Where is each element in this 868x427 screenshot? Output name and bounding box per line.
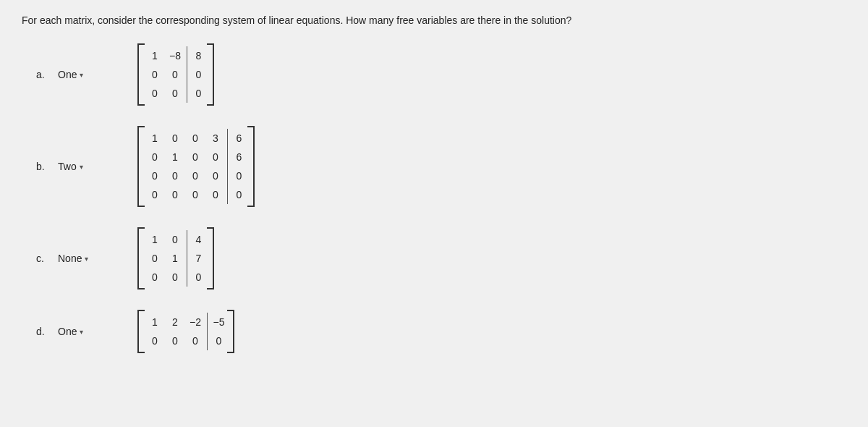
matrix-wrapper-c: 104017000 bbox=[137, 227, 214, 289]
cell-b-0-3: 3 bbox=[205, 129, 226, 148]
cell-a-2-2: 0 bbox=[187, 84, 207, 103]
cell-b-3-2: 0 bbox=[185, 185, 205, 204]
matrix-row-c-0: 104 bbox=[145, 230, 207, 249]
cell-d-1-3: 0 bbox=[207, 331, 227, 350]
cell-d-0-0: 1 bbox=[145, 313, 165, 331]
answer-dropdown-a[interactable]: One▾ bbox=[58, 69, 116, 80]
matrix-wrapper-a: 1−88000000 bbox=[137, 43, 214, 106]
answer-dropdown-c[interactable]: None▾ bbox=[58, 253, 116, 264]
cell-a-2-0: 0 bbox=[145, 84, 165, 103]
answer-text-b: Two bbox=[58, 161, 77, 172]
cell-c-0-0: 1 bbox=[145, 230, 165, 249]
cell-a-1-2: 0 bbox=[187, 65, 207, 84]
problem-label-d: d. bbox=[36, 326, 51, 337]
cell-d-0-2: −2 bbox=[185, 313, 205, 331]
cell-b-1-1: 1 bbox=[165, 148, 185, 166]
chevron-down-icon-d[interactable]: ▾ bbox=[80, 328, 83, 336]
cell-c-2-1: 0 bbox=[165, 268, 185, 287]
chevron-down-icon-a[interactable]: ▾ bbox=[80, 71, 83, 79]
cell-b-1-4: 6 bbox=[227, 148, 247, 166]
matrix-row-a-0: 1−88 bbox=[145, 46, 207, 65]
problem-label-c: c. bbox=[36, 253, 51, 264]
matrix-row-a-2: 000 bbox=[145, 84, 207, 103]
cell-b-2-1: 0 bbox=[165, 166, 185, 185]
chevron-down-icon-b[interactable]: ▾ bbox=[80, 163, 83, 171]
cell-b-2-2: 0 bbox=[185, 166, 205, 185]
cell-d-0-1: 2 bbox=[165, 313, 185, 331]
cell-a-0-0: 1 bbox=[145, 46, 165, 65]
cell-c-1-2: 7 bbox=[187, 249, 207, 268]
answer-text-d: One bbox=[58, 326, 77, 337]
matrix-row-c-2: 000 bbox=[145, 268, 207, 287]
matrix-a: 1−88000000 bbox=[137, 43, 214, 106]
cell-c-0-2: 4 bbox=[187, 230, 207, 249]
cell-a-1-1: 0 bbox=[165, 65, 185, 84]
matrix-row-b-2: 00000 bbox=[145, 166, 247, 185]
cell-b-0-2: 0 bbox=[185, 129, 205, 148]
cell-c-2-2: 0 bbox=[187, 268, 207, 287]
cell-b-2-0: 0 bbox=[145, 166, 165, 185]
matrix-d: 12−2−50000 bbox=[137, 310, 234, 353]
cell-b-1-0: 0 bbox=[145, 148, 165, 166]
cell-a-2-1: 0 bbox=[165, 84, 185, 103]
matrix-wrapper-b: 10036010060000000000 bbox=[137, 126, 255, 207]
cell-c-1-0: 0 bbox=[145, 249, 165, 268]
cell-b-2-3: 0 bbox=[205, 166, 226, 185]
matrix-row-d-0: 12−2−5 bbox=[145, 313, 227, 331]
matrix-c: 104017000 bbox=[137, 227, 214, 289]
matrix-row-a-1: 000 bbox=[145, 65, 207, 84]
matrix-wrapper-d: 12−2−50000 bbox=[137, 310, 234, 353]
cell-b-3-1: 0 bbox=[165, 185, 185, 204]
cell-b-1-3: 0 bbox=[205, 148, 226, 166]
problem-row-c: c.None▾104017000 bbox=[36, 227, 846, 289]
matrix-row-b-0: 10036 bbox=[145, 129, 247, 148]
problem-label-b: b. bbox=[36, 161, 51, 172]
cell-b-0-1: 0 bbox=[165, 129, 185, 148]
answer-text-c: None bbox=[58, 253, 82, 264]
answer-text-a: One bbox=[58, 69, 77, 80]
cell-b-3-4: 0 bbox=[227, 185, 247, 204]
cell-d-1-2: 0 bbox=[185, 331, 205, 350]
problem-row-a: a.One▾1−88000000 bbox=[36, 43, 846, 106]
problem-row-b: b.Two▾10036010060000000000 bbox=[36, 126, 846, 207]
cell-b-3-0: 0 bbox=[145, 185, 165, 204]
answer-dropdown-b[interactable]: Two▾ bbox=[58, 161, 116, 172]
cell-c-0-1: 0 bbox=[165, 230, 185, 249]
cell-d-0-3: −5 bbox=[207, 313, 227, 331]
cell-a-0-2: 8 bbox=[187, 46, 207, 65]
cell-b-0-4: 6 bbox=[227, 129, 247, 148]
chevron-down-icon-c[interactable]: ▾ bbox=[85, 255, 88, 263]
problem-label-a: a. bbox=[36, 69, 51, 80]
matrix-row-b-3: 00000 bbox=[145, 185, 247, 204]
matrix-row-d-1: 0000 bbox=[145, 331, 227, 350]
matrix-row-c-1: 017 bbox=[145, 249, 207, 268]
problems-container: a.One▾1−88000000b.Two▾100360100600000000… bbox=[22, 43, 846, 353]
matrix-row-b-1: 01006 bbox=[145, 148, 247, 166]
cell-d-1-0: 0 bbox=[145, 331, 165, 350]
cell-b-0-0: 1 bbox=[145, 129, 165, 148]
answer-dropdown-d[interactable]: One▾ bbox=[58, 326, 116, 337]
cell-b-2-4: 0 bbox=[227, 166, 247, 185]
cell-a-0-1: −8 bbox=[165, 46, 185, 65]
cell-c-1-1: 1 bbox=[165, 249, 185, 268]
cell-b-1-2: 0 bbox=[185, 148, 205, 166]
cell-b-3-3: 0 bbox=[205, 185, 226, 204]
matrix-b: 10036010060000000000 bbox=[137, 126, 255, 207]
cell-a-1-0: 0 bbox=[145, 65, 165, 84]
cell-d-1-1: 0 bbox=[165, 331, 185, 350]
question-text: For each matrix, consider the correspond… bbox=[22, 14, 846, 26]
cell-c-2-0: 0 bbox=[145, 268, 165, 287]
problem-row-d: d.One▾12−2−50000 bbox=[36, 310, 846, 353]
